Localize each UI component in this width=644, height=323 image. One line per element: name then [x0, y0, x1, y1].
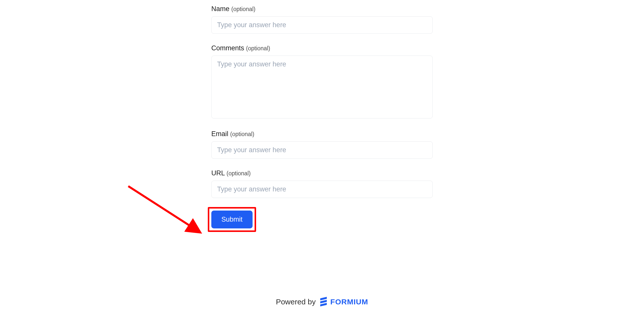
label-text: URL	[211, 169, 225, 177]
label-text: Comments	[211, 44, 244, 52]
footer: Powered by FORMIUM	[0, 297, 644, 307]
name-input[interactable]	[211, 16, 433, 34]
optional-text: (optional)	[246, 45, 270, 52]
url-input[interactable]	[211, 181, 433, 198]
formium-logo[interactable]: FORMIUM	[319, 297, 368, 307]
label-text: Email	[211, 130, 228, 138]
email-input[interactable]	[211, 141, 433, 159]
comments-input[interactable]	[211, 56, 433, 118]
svg-marker-3	[320, 300, 327, 303]
comments-label: Comments (optional)	[211, 44, 433, 52]
submit-button[interactable]: Submit	[211, 211, 253, 228]
optional-text: (optional)	[227, 170, 251, 177]
field-email: Email (optional)	[211, 130, 433, 159]
field-name: Name (optional)	[211, 5, 433, 34]
form-container: Name (optional) Comments (optional) Emai…	[211, 0, 433, 228]
formium-logo-icon	[319, 297, 328, 307]
svg-marker-2	[320, 297, 327, 300]
footer-inner: Powered by FORMIUM	[276, 297, 368, 307]
submit-wrapper: Submit	[211, 211, 253, 228]
optional-text: (optional)	[231, 6, 256, 12]
email-label: Email (optional)	[211, 130, 433, 138]
field-comments: Comments (optional)	[211, 44, 433, 119]
label-text: Name	[211, 5, 229, 13]
name-label: Name (optional)	[211, 5, 433, 13]
field-url: URL (optional)	[211, 169, 433, 198]
annotation-arrow-icon	[123, 181, 224, 247]
url-label: URL (optional)	[211, 169, 433, 177]
svg-line-1	[128, 186, 199, 231]
optional-text: (optional)	[230, 131, 254, 137]
powered-by-text: Powered by	[276, 298, 316, 306]
formium-brand-text: FORMIUM	[330, 298, 368, 306]
svg-marker-4	[320, 303, 327, 306]
